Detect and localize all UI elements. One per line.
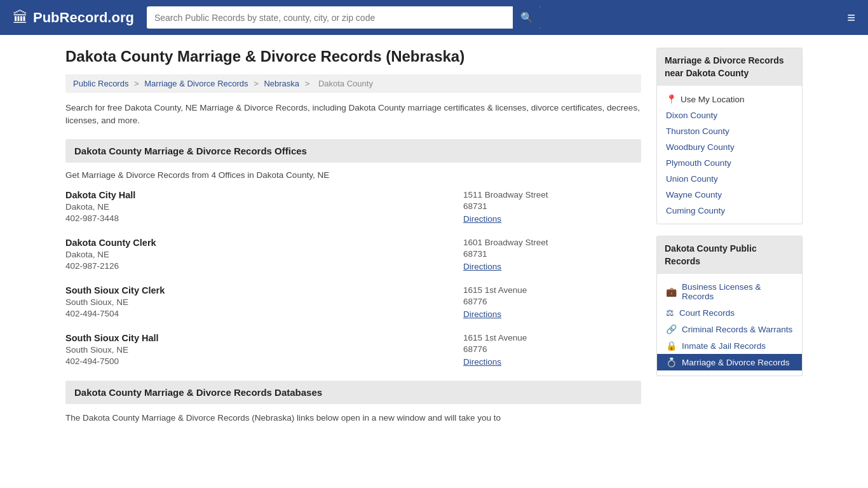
search-button[interactable]: 🔍 (513, 6, 541, 29)
main-container: Dakota County Marriage & Divorce Records… (53, 35, 815, 437)
hamburger-icon: ≡ (847, 10, 855, 25)
office-phone: 402-494-7500 (65, 356, 463, 366)
page-title: Dakota County Marriage & Divorce Records… (65, 48, 641, 65)
office-address: 1601 Broadway Street (463, 238, 641, 247)
nearby-counties-list: 📍 Use My Location Dixon CountyThurston C… (657, 86, 802, 224)
public-records-item[interactable]: 🔗 Criminal Records & Warrants (657, 321, 802, 337)
office-name: Dakota City Hall (65, 190, 463, 200)
nearby-counties-box: Marriage & Divorce Records near Dakota C… (656, 48, 803, 224)
nearby-county-item[interactable]: Cuming County (657, 203, 802, 219)
office-left: Dakota City Hall Dakota, NE 402-987-3448 (65, 190, 463, 224)
office-zip: 68776 (463, 297, 641, 306)
directions-link[interactable]: Directions (463, 262, 501, 271)
office-zip: 68776 (463, 344, 641, 354)
office-city: South Sioux, NE (65, 345, 463, 355)
pr-label: Business Licenses & Records (682, 282, 793, 301)
search-bar: 🔍 (147, 6, 541, 29)
office-city: Dakota, NE (65, 250, 463, 259)
pr-label: Court Records (679, 308, 735, 318)
public-records-item[interactable]: 💍 Marriage & Divorce Records (657, 354, 802, 370)
office-zip: 68731 (463, 201, 641, 211)
nearby-county-item[interactable]: Wayne County (657, 187, 802, 203)
office-name: Dakota County Clerk (65, 238, 463, 248)
public-records-item[interactable]: 🔒 Inmate & Jail Records (657, 337, 802, 354)
office-entry: South Sioux City Clerk South Sioux, NE 4… (65, 285, 641, 319)
nearby-county-item[interactable]: Thurston County (657, 123, 802, 139)
public-records-list: 💼 Business Licenses & Records ⚖ Court Re… (657, 274, 802, 376)
intro-text: Search for free Dakota County, NE Marria… (65, 102, 641, 128)
public-records-item[interactable]: 💼 Business Licenses & Records (657, 279, 802, 304)
breadcrumb-marriage-divorce[interactable]: Marriage & Divorce Records (144, 79, 248, 88)
use-location-label: Use My Location (681, 95, 745, 104)
offices-section-header: Dakota County Marriage & Divorce Records… (65, 139, 641, 163)
breadcrumb-sep-1: > (134, 79, 141, 88)
pr-label: Criminal Records & Warrants (682, 325, 792, 334)
breadcrumb: Public Records > Marriage & Divorce Reco… (65, 74, 641, 93)
pr-icon: 💍 (666, 357, 677, 367)
search-input[interactable] (147, 8, 513, 28)
office-entry: Dakota County Clerk Dakota, NE 402-987-2… (65, 238, 641, 271)
office-city: South Sioux, NE (65, 297, 463, 307)
directions-link[interactable]: Directions (463, 214, 501, 224)
site-logo[interactable]: 🏛 PubRecord.org (13, 9, 134, 27)
breadcrumb-sep-3: > (305, 79, 312, 88)
databases-text: The Dakota County Marriage & Divorce Rec… (65, 412, 641, 424)
office-name: South Sioux City Hall (65, 333, 463, 343)
office-left: South Sioux City Hall South Sioux, NE 40… (65, 333, 463, 367)
public-records-header: Dakota County Public Records (657, 236, 802, 274)
breadcrumb-sep-2: > (254, 79, 261, 88)
databases-section-header: Dakota County Marriage & Divorce Records… (65, 381, 641, 404)
office-left: Dakota County Clerk Dakota, NE 402-987-2… (65, 238, 463, 271)
logo-icon: 🏛 (13, 9, 28, 27)
office-left: South Sioux City Clerk South Sioux, NE 4… (65, 285, 463, 319)
nearby-county-item[interactable]: Dixon County (657, 107, 802, 123)
office-right: 1615 1st Avenue 68776 Directions (463, 333, 641, 367)
pr-icon: 🔒 (666, 341, 677, 351)
databases-section: Dakota County Marriage & Divorce Records… (65, 381, 641, 424)
offices-subtext: Get Marriage & Divorce Records from 4 Of… (65, 170, 641, 180)
location-icon: 📍 (666, 94, 677, 104)
directions-link[interactable]: Directions (463, 357, 501, 367)
pr-icon: 💼 (666, 287, 677, 297)
pr-icon: 🔗 (666, 324, 677, 334)
office-right: 1601 Broadway Street 68731 Directions (463, 238, 641, 271)
office-right: 1615 1st Avenue 68776 Directions (463, 285, 641, 319)
office-phone: 402-987-2126 (65, 261, 463, 271)
public-records-item[interactable]: ⚖ Court Records (657, 304, 802, 321)
pr-label: Inmate & Jail Records (682, 341, 766, 351)
office-right: 1511 Broadway Street 68731 Directions (463, 190, 641, 224)
sidebar: Marriage & Divorce Records near Dakota C… (656, 48, 803, 424)
offices-container: Dakota City Hall Dakota, NE 402-987-3448… (65, 190, 641, 367)
office-address: 1615 1st Avenue (463, 333, 641, 342)
office-address: 1615 1st Avenue (463, 285, 641, 295)
public-records-box: Dakota County Public Records 💼 Business … (656, 236, 803, 376)
nearby-county-item[interactable]: Woodbury County (657, 139, 802, 155)
logo-text: PubRecord.org (33, 10, 134, 26)
directions-link[interactable]: Directions (463, 309, 501, 319)
nearby-county-item[interactable]: Union County (657, 171, 802, 187)
breadcrumb-dakota-county: Dakota County (318, 79, 373, 88)
content-area: Dakota County Marriage & Divorce Records… (65, 48, 641, 424)
office-city: Dakota, NE (65, 202, 463, 212)
breadcrumb-nebraska[interactable]: Nebraska (264, 79, 299, 88)
office-phone: 402-494-7504 (65, 309, 463, 318)
office-entry: South Sioux City Hall South Sioux, NE 40… (65, 333, 641, 367)
nearby-header: Marriage & Divorce Records near Dakota C… (657, 48, 802, 86)
menu-button[interactable]: ≡ (847, 10, 855, 26)
office-entry: Dakota City Hall Dakota, NE 402-987-3448… (65, 190, 641, 224)
pr-label: Marriage & Divorce Records (682, 358, 790, 367)
office-address: 1511 Broadway Street (463, 190, 641, 200)
breadcrumb-public-records[interactable]: Public Records (73, 79, 128, 88)
use-my-location[interactable]: 📍 Use My Location (657, 91, 802, 107)
nearby-county-item[interactable]: Plymouth County (657, 155, 802, 171)
office-phone: 402-987-3448 (65, 214, 463, 223)
nearby-counties-items: Dixon CountyThurston CountyWoodbury Coun… (657, 107, 802, 219)
pr-icon: ⚖ (666, 308, 674, 318)
site-header: 🏛 PubRecord.org 🔍 ≡ (0, 0, 868, 35)
office-name: South Sioux City Clerk (65, 285, 463, 295)
search-icon: 🔍 (520, 12, 533, 23)
office-zip: 68731 (463, 249, 641, 259)
